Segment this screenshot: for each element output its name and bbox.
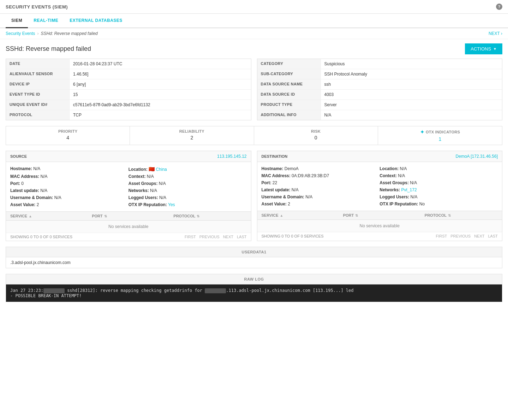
source-protocol-sort[interactable]: ⇅ [197, 214, 199, 218]
dest-networks: Networks: Pvt_172 [379, 187, 498, 193]
userdata-header: USERDATA1 [6, 247, 502, 257]
help-icon[interactable]: ? [496, 4, 502, 10]
destination-ip-link[interactable]: DemoA [172.31.46.56] [456, 154, 498, 159]
label-unique-id: UNIQUE EVENT ID# [6, 100, 70, 110]
dest-service-sort[interactable]: ▲ [280, 214, 283, 217]
metric-priority-header: PRIORITY [9, 129, 127, 133]
tab-realtime[interactable]: REAL-TIME [28, 14, 64, 28]
value-date: 2016-01-28 04:23:37 UTC [70, 59, 251, 69]
info-row-event-type: EVENT TYPE ID 15 [6, 90, 251, 100]
left-info-table: DATE 2016-01-28 04:23:37 UTC ALIENVAULT … [6, 59, 251, 120]
dest-next[interactable]: NEXT [474, 234, 484, 238]
dest-asset-value: Asset Value: 2 [262, 201, 380, 207]
label-device-ip: DEVICE IP [6, 79, 70, 89]
source-asset-groups: Asset Groups: N/A [129, 180, 247, 187]
metric-otx-header: ✦ OTX INDICATORS [381, 129, 499, 135]
source-username: Username & Domain: N/A [10, 194, 129, 201]
dest-protocol-sort[interactable]: ⇅ [448, 214, 451, 217]
dest-service-col: SERVICE ▲ [257, 211, 339, 220]
dest-context: Context: N/A [379, 173, 498, 179]
label-event-type: EVENT TYPE ID [6, 90, 70, 100]
breadcrumb-parent-link[interactable]: Security Events [6, 31, 35, 36]
label-sensor: ALIENVAULT SENSOR [6, 69, 70, 79]
value-additional-info: N/A [321, 110, 502, 120]
title-actions-row: SSHd: Reverse mapped failed ACTIONS ▼ [0, 39, 508, 59]
info-row-date: DATE 2016-01-28 04:23:37 UTC [6, 59, 251, 69]
source-otx-rep: OTX IP Reputation: Yes [129, 202, 247, 208]
source-previous[interactable]: PREVIOUS [199, 235, 220, 239]
info-row-product-type: PRODUCT TYPE Server [257, 100, 502, 110]
info-row-datasource-name: DATA SOURCE NAME ssh [257, 79, 502, 90]
source-protocol-col: PROTOCOL ⇅ [169, 212, 251, 220]
dest-mac: MAC Address: 0A:D9:AB:29:3B:D7 [262, 173, 380, 179]
metrics-bar: PRIORITY 4 RELIABILITY 2 RISK 0 ✦ OTX IN… [6, 126, 502, 145]
label-category: CATEGORY [257, 59, 321, 69]
destination-pagination: SHOWING 0 TO 0 OF 0 SERVICES FIRST PREVI… [257, 232, 502, 240]
info-row-unique-id: UNIQUE EVENT ID# c57611e5-87ff-0ad9-ab29… [6, 100, 251, 110]
metric-risk-value: 0 [257, 135, 375, 140]
actions-button[interactable]: ACTIONS ▼ [465, 43, 502, 54]
source-pagination: SHOWING 0 TO 0 OF 0 SERVICES FIRST PREVI… [6, 233, 251, 241]
value-unique-id: c57611e5-87ff-0ad9-ab29-3bd7e6fd1132 [70, 100, 251, 110]
source-panel-header: SOURCE 113.195.145.12 [6, 151, 251, 162]
metric-risk: RISK 0 [254, 126, 378, 145]
destination-showing: SHOWING 0 TO 0 OF 0 SERVICES [262, 234, 324, 238]
tab-external[interactable]: EXTERNAL DATABASES [64, 14, 128, 28]
source-port: Port: 0 [10, 180, 129, 187]
source-ip-link[interactable]: 113.195.145.12 [217, 154, 246, 159]
page-header: SECURITY EVENTS (SIEM) ? [0, 0, 508, 14]
label-subcategory: SUB-CATEGORY [257, 69, 321, 79]
src-dest-grid: SOURCE 113.195.145.12 Hostname: N/A Loca… [0, 151, 508, 247]
destination-panel: DESTINATION DemoA [172.31.46.56] Hostnam… [257, 151, 503, 241]
rawlog-panel: RAW LOG Jan 27 23:23: sshd[28312]: rever… [6, 274, 502, 302]
value-category: Suspicious [321, 59, 502, 69]
otx-icon: ✦ [420, 129, 424, 135]
info-row-subcategory: SUB-CATEGORY SSH Protocol Anomaly [257, 69, 502, 79]
source-asset-value: Asset Value: 2 [10, 202, 129, 208]
value-sensor: 1.46.56] [70, 69, 251, 79]
metric-otx: ✦ OTX INDICATORS 1 [378, 126, 502, 145]
destination-body: Hostname: DemoA Location: N/A MAC Addres… [257, 162, 502, 211]
dest-protocol-col: PROTOCOL ⇅ [420, 211, 502, 220]
actions-label: ACTIONS [471, 46, 491, 52]
dest-hostname: Hostname: DemoA [262, 166, 380, 172]
next-link[interactable]: NEXT › [489, 31, 502, 36]
source-first[interactable]: FIRST [185, 235, 196, 239]
destination-pagination-links: FIRST PREVIOUS NEXT LAST [436, 234, 498, 238]
source-label: SOURCE [10, 154, 27, 158]
dest-asset-groups: Asset Groups: N/A [379, 180, 498, 186]
metric-otx-value[interactable]: 1 [381, 136, 499, 142]
label-product-type: PRODUCT TYPE [257, 100, 321, 110]
tabs-bar: SIEM REAL-TIME EXTERNAL DATABASES [0, 14, 508, 28]
source-service-col: SERVICE ▲ [6, 212, 88, 220]
dest-last[interactable]: LAST [488, 234, 498, 238]
dest-first[interactable]: FIRST [436, 234, 447, 238]
value-device-ip: 6 [any] [70, 79, 251, 89]
dest-port: Port: 22 [262, 180, 380, 186]
source-last[interactable]: LAST [237, 235, 247, 239]
source-service-sort[interactable]: ▲ [29, 214, 32, 218]
source-pagination-links: FIRST PREVIOUS NEXT LAST [185, 235, 247, 239]
dest-port-sort[interactable]: ⇅ [355, 214, 358, 217]
source-logged-users: Logged Users: N/A [129, 194, 247, 201]
source-port-sort[interactable]: ⇅ [104, 214, 107, 218]
label-date: DATE [6, 59, 70, 69]
label-datasource-id: DATA SOURCE ID [257, 90, 321, 100]
source-port-col: PORT ⇅ [88, 212, 169, 220]
source-body: Hostname: N/A Location: 🇨🇳 China MAC Add… [6, 162, 251, 211]
metric-priority-value: 4 [9, 135, 127, 140]
tab-siem[interactable]: SIEM [6, 14, 28, 28]
value-datasource-name: ssh [321, 79, 502, 89]
source-location: Location: 🇨🇳 China [129, 166, 247, 173]
info-row-protocol: PROTOCOL TCP [6, 110, 251, 120]
event-title: SSHd: Reverse mapped failed [6, 45, 91, 53]
destination-services-table: SERVICE ▲ PORT ⇅ PROTOCOL ⇅ No services … [257, 211, 502, 240]
value-product-type: Server [321, 100, 502, 110]
source-next[interactable]: NEXT [223, 235, 233, 239]
dest-location: Location: N/A [379, 166, 498, 172]
rawlog-body: Jan 27 23:23: sshd[28312]: reverse mappi… [6, 284, 502, 302]
metric-priority: PRIORITY 4 [6, 126, 130, 145]
dest-previous[interactable]: PREVIOUS [450, 234, 471, 238]
destination-no-services: No services available [257, 220, 502, 232]
dest-logged-users: Logged Users: N/A [379, 194, 498, 200]
